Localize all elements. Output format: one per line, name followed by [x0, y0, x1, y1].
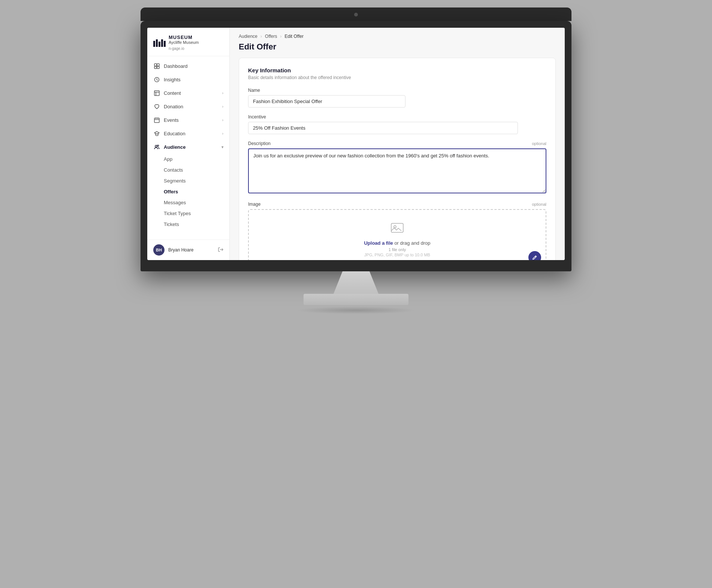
sidebar: MUSEUM Aycliffe Museum n-gage.io	[147, 28, 230, 260]
insights-icon	[153, 76, 160, 83]
avatar: BH	[153, 244, 165, 256]
sidebar-item-label: Insights	[164, 77, 181, 82]
dashboard-icon	[153, 63, 160, 69]
sidebar-sub-label: Contacts	[164, 167, 183, 173]
sidebar-sub-label: Tickets	[164, 221, 179, 227]
incentive-label: Incentive	[248, 114, 546, 120]
sidebar-item-label: Education	[164, 131, 185, 136]
image-label: Image	[248, 202, 260, 207]
sidebar-item-donation[interactable]: Donation ›	[147, 100, 229, 113]
app-window: MUSEUM Aycliffe Museum n-gage.io	[147, 28, 565, 260]
chevron-right-icon: ›	[222, 118, 223, 122]
logout-icon[interactable]	[218, 247, 223, 253]
page-title: Edit Offer	[230, 40, 565, 58]
description-label: Description	[248, 141, 271, 146]
incentive-input[interactable]	[248, 122, 518, 134]
breadcrumb-sep-2: ›	[280, 34, 282, 39]
sidebar-subitem-tickets[interactable]: Tickets	[147, 219, 229, 230]
description-label-row: Description optional	[248, 141, 546, 146]
sidebar-subitem-offers[interactable]: Offers	[147, 186, 229, 197]
sidebar-sub-label: Ticket Types	[164, 211, 191, 216]
name-label: Name	[248, 88, 546, 93]
sidebar-subitem-app[interactable]: App	[147, 154, 229, 165]
breadcrumb-sep-1: ›	[260, 34, 262, 39]
sidebar-item-education[interactable]: Education ›	[147, 127, 229, 140]
upload-hint: 1 file only	[389, 247, 406, 252]
svg-rect-5	[154, 91, 159, 96]
svg-rect-1	[157, 64, 159, 66]
chevron-right-icon: ›	[222, 105, 223, 109]
sidebar-item-content[interactable]: Content ›	[147, 86, 229, 100]
content-area: Key Information Basic details informatio…	[230, 58, 565, 260]
svg-point-13	[157, 145, 159, 147]
card-title: Key Information	[248, 67, 546, 73]
events-icon	[153, 117, 160, 123]
monitor-screen: MUSEUM Aycliffe Museum n-gage.io	[141, 21, 571, 271]
main-content: Audience › Offers › Edit Offer Edit Offe…	[230, 28, 565, 260]
sidebar-item-label: Events	[164, 117, 179, 123]
monitor-stand	[300, 271, 412, 314]
image-optional: optional	[532, 202, 546, 206]
education-icon	[153, 130, 160, 137]
sidebar-item-dashboard[interactable]: Dashboard	[147, 59, 229, 73]
breadcrumb-offers[interactable]: Offers	[265, 34, 277, 39]
camera-dot	[354, 13, 358, 16]
svg-rect-0	[154, 64, 157, 66]
sidebar-item-events[interactable]: Events ›	[147, 113, 229, 127]
sidebar-subitem-segments[interactable]: Segments	[147, 175, 229, 186]
logo-icon	[153, 39, 166, 47]
sidebar-logo: MUSEUM Aycliffe Museum n-gage.io	[147, 28, 229, 56]
stand-neck	[334, 271, 378, 294]
sidebar-sub-label: Messages	[164, 200, 186, 205]
sidebar-sub-label: App	[164, 156, 172, 162]
sidebar-item-label: Content	[164, 90, 181, 96]
breadcrumb-audience[interactable]: Audience	[239, 34, 257, 39]
upload-link[interactable]: Upload a file	[364, 240, 393, 246]
name-input[interactable]	[248, 95, 405, 108]
user-name: Bryan Hoare	[168, 247, 214, 253]
chevron-down-icon: ▾	[221, 145, 223, 149]
svg-rect-2	[154, 66, 157, 69]
upload-hint2: JPG, PNG, GIF, BMP up to 10.0 MB	[364, 253, 430, 257]
image-upload-area[interactable]: Upload a file or drag and drop 1 file on…	[248, 209, 546, 260]
sidebar-sub-label: Offers	[164, 189, 178, 195]
breadcrumb-current: Edit Offer	[285, 34, 304, 39]
sidebar-nav: Dashboard Insights	[147, 56, 229, 239]
sidebar-item-insights[interactable]: Insights	[147, 73, 229, 86]
breadcrumb: Audience › Offers › Edit Offer	[230, 28, 565, 40]
name-form-group: Name	[248, 88, 546, 108]
user-profile: BH Bryan Hoare	[147, 239, 229, 260]
svg-line-17	[535, 256, 536, 257]
svg-point-12	[155, 145, 157, 147]
stand-shadow	[296, 307, 416, 314]
svg-rect-3	[157, 66, 159, 69]
sidebar-item-label: Audience	[164, 144, 186, 150]
sidebar-subitem-ticket-types[interactable]: Ticket Types	[147, 208, 229, 219]
sidebar-item-audience[interactable]: Audience ▾	[147, 140, 229, 154]
description-optional: optional	[532, 141, 546, 146]
donation-icon	[153, 103, 160, 110]
description-textarea[interactable]: Join us for an exclusive preview of our …	[248, 148, 546, 193]
sidebar-subitem-messages[interactable]: Messages	[147, 197, 229, 208]
sidebar-item-label: Donation	[164, 104, 183, 109]
incentive-form-group: Incentive	[248, 114, 546, 134]
upload-text: Upload a file or drag and drop	[364, 240, 430, 246]
stand-base	[304, 294, 408, 305]
sidebar-item-label: Dashboard	[164, 63, 188, 69]
sidebar-subitem-contacts[interactable]: Contacts	[147, 165, 229, 175]
image-form-group: Image optional	[248, 202, 546, 260]
description-form-group: Description optional Join us for an excl…	[248, 141, 546, 195]
svg-rect-8	[154, 118, 159, 123]
image-label-row: Image optional	[248, 202, 546, 207]
sidebar-sub-label: Segments	[164, 178, 186, 184]
svg-rect-15	[391, 223, 403, 232]
logo-text: MUSEUM Aycliffe Museum n-gage.io	[169, 34, 199, 51]
card-subtitle: Basic details information about the offe…	[248, 75, 546, 80]
chevron-right-icon: ›	[222, 132, 223, 136]
audience-icon	[153, 144, 160, 150]
key-info-card: Key Information Basic details informatio…	[239, 58, 556, 260]
content-icon	[153, 90, 160, 96]
upload-image-icon	[390, 221, 404, 237]
chevron-right-icon: ›	[222, 91, 223, 95]
edit-fab-button[interactable]	[528, 251, 541, 260]
